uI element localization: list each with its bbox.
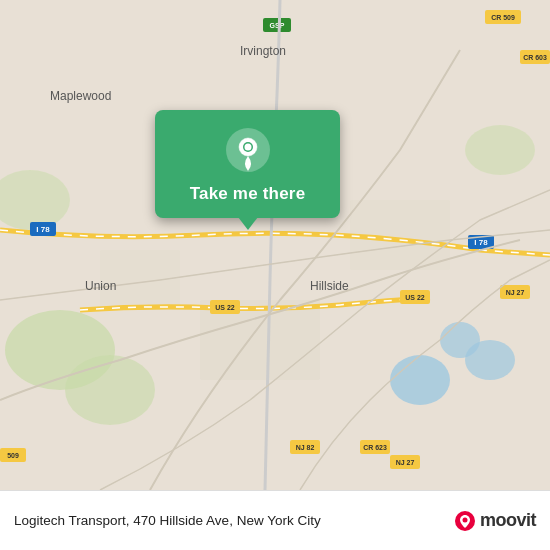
svg-text:CR 623: CR 623 (363, 444, 387, 451)
bottom-bar: Logitech Transport, 470 Hillside Ave, Ne… (0, 490, 550, 550)
svg-text:I 78: I 78 (36, 225, 50, 234)
svg-text:US 22: US 22 (405, 294, 425, 301)
moovit-pin-icon (454, 510, 476, 532)
svg-point-7 (465, 125, 535, 175)
svg-text:NJ 27: NJ 27 (396, 459, 415, 466)
svg-point-42 (244, 144, 251, 151)
svg-text:Maplewood: Maplewood (50, 89, 111, 103)
svg-point-3 (390, 355, 450, 405)
svg-text:CR 603: CR 603 (523, 54, 547, 61)
moovit-logo: moovit (454, 510, 536, 532)
svg-text:CR 509: CR 509 (491, 14, 515, 21)
svg-text:NJ 82: NJ 82 (296, 444, 315, 451)
svg-text:GSP: GSP (270, 22, 285, 29)
svg-text:Irvington: Irvington (240, 44, 286, 58)
svg-point-2 (65, 355, 155, 425)
address-text: Logitech Transport, 470 Hillside Ave, Ne… (14, 512, 454, 530)
svg-point-44 (462, 517, 467, 522)
svg-text:Union: Union (85, 279, 116, 293)
svg-text:NJ 27: NJ 27 (506, 289, 525, 296)
location-pin-icon (224, 126, 272, 174)
svg-text:US 22: US 22 (215, 304, 235, 311)
map-svg: I 78 I 78 US 22 US 22 NJ 27 NJ 27 NJ 82 … (0, 0, 550, 490)
svg-text:I 78: I 78 (474, 238, 488, 247)
svg-text:Hillside: Hillside (310, 279, 349, 293)
svg-text:509: 509 (7, 452, 19, 459)
map-area: I 78 I 78 US 22 US 22 NJ 27 NJ 27 NJ 82 … (0, 0, 550, 490)
take-me-there-popup[interactable]: Take me there (155, 110, 340, 218)
popup-label: Take me there (190, 184, 306, 204)
svg-point-5 (465, 340, 515, 380)
moovit-text: moovit (480, 510, 536, 531)
